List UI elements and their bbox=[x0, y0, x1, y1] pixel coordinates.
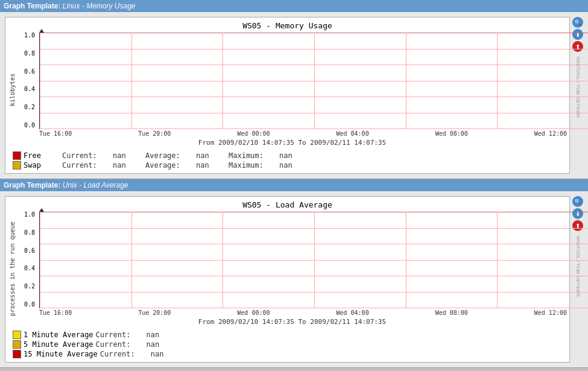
grid-v-line bbox=[406, 212, 406, 308]
y-axis-labels: 1.00.80.60.40.20.0 bbox=[18, 212, 35, 308]
date-range-load: From 2009/02/10 14:07:35 To 2009/02/11 1… bbox=[17, 318, 567, 326]
legend-color-box bbox=[13, 331, 21, 339]
grid-v-line bbox=[406, 33, 406, 128]
x-axis-labels-memory: Tue 16:00Tue 20:00Wed 00:00Wed 04:00Wed … bbox=[39, 130, 567, 137]
section-header-memory: Graph Template: Linux - Memory Usage bbox=[0, 0, 588, 12]
legend-label: Maximum: bbox=[229, 161, 277, 170]
grid-v-line bbox=[40, 212, 40, 308]
legend-name: Free bbox=[24, 151, 60, 160]
y-tick: 0.4 bbox=[18, 265, 35, 271]
legend-value: nan bbox=[196, 161, 226, 170]
rrdtool-label: RRDTOOL / TOBI OETIKER bbox=[575, 236, 581, 297]
chart-container-memory: kilobytes1.00.80.60.40.20.0Tue 16:00Tue … bbox=[8, 33, 567, 147]
chart-grid-memory: 1.00.80.60.40.20.0 bbox=[39, 33, 588, 129]
x-tick: Tue 16:00 bbox=[39, 309, 72, 316]
legend-row: 5 Minute AverageCurrent:nan bbox=[8, 340, 567, 349]
x-tick: Wed 04:00 bbox=[336, 130, 368, 137]
legend-color-box bbox=[13, 340, 21, 349]
grid-h-line bbox=[40, 308, 588, 308]
chart-grid-load: 1.00.80.60.40.20.0 bbox=[39, 212, 588, 308]
y-axis-labels: 1.00.80.60.40.20.0 bbox=[18, 33, 35, 128]
y-tick: 0.8 bbox=[18, 230, 35, 236]
x-tick: Tue 20:00 bbox=[138, 309, 171, 316]
section-header-load: Graph Template: Unix - Load Average bbox=[0, 179, 588, 191]
legend-label: Average: bbox=[145, 151, 194, 160]
grid-v-line bbox=[314, 33, 315, 128]
legend-label: Current: bbox=[96, 331, 144, 339]
grid-v-line bbox=[223, 33, 223, 128]
x-tick: Tue 20:00 bbox=[138, 130, 171, 137]
graph-area-load: WS05 - Load Averageprocesses in the run … bbox=[5, 196, 570, 363]
y-tick: 0.0 bbox=[18, 302, 35, 308]
legend-name: Swap bbox=[24, 161, 60, 170]
legend-value: nan bbox=[279, 161, 309, 170]
legend-color-box bbox=[13, 350, 21, 358]
y-tick: 0.2 bbox=[18, 284, 35, 290]
legend-row: SwapCurrent:nanAverage:nanMaximum:nan bbox=[8, 161, 567, 170]
graph-title-memory: WS05 - Memory Usage bbox=[8, 21, 567, 30]
y-label-memory: kilobytes bbox=[8, 33, 17, 147]
legend-value: nan bbox=[196, 151, 226, 160]
legend-row: 15 Minute AverageCurrent:nan bbox=[8, 350, 567, 358]
x-tick: Wed 12:00 bbox=[534, 309, 567, 316]
y-tick: 0.8 bbox=[18, 51, 35, 57]
legend-row: FreeCurrent:nanAverage:nanMaximum:nan bbox=[8, 151, 567, 160]
x-tick: Wed 08:00 bbox=[435, 130, 468, 137]
legend-name: 5 Minute Average bbox=[24, 340, 93, 349]
grid-v-line bbox=[223, 212, 223, 308]
grid-v-line bbox=[497, 33, 498, 128]
rrdtool-label: RRDTOOL / TOBI OETIKER bbox=[575, 57, 581, 118]
legend-label: Current: bbox=[62, 161, 110, 170]
y-tick: 0.0 bbox=[18, 122, 35, 128]
graph-title-load: WS05 - Load Average bbox=[8, 200, 567, 209]
grid-v-line bbox=[314, 212, 315, 308]
y-tick: 0.6 bbox=[18, 248, 35, 254]
grid-v-line bbox=[497, 212, 498, 308]
x-tick: Tue 16:00 bbox=[39, 130, 72, 137]
legend-color-box bbox=[13, 151, 21, 160]
y-tick: 0.2 bbox=[18, 104, 35, 110]
legend-row: 1 Minute AverageCurrent:nan bbox=[8, 331, 567, 339]
y-tick: 0.6 bbox=[18, 69, 35, 75]
legend-value: nan bbox=[279, 151, 309, 160]
legend-memory: FreeCurrent:nanAverage:nanMaximum:nanSwa… bbox=[8, 151, 567, 170]
y-axis-arrow bbox=[39, 208, 44, 212]
chart-container-load: processes in the run queue1.00.80.60.40.… bbox=[8, 212, 567, 326]
x-tick: Wed 04:00 bbox=[336, 309, 368, 316]
graph-section-load: WS05 - Load Averageprocesses in the run … bbox=[0, 191, 588, 368]
y-axis-arrow bbox=[39, 29, 44, 33]
zoom-icon[interactable]: 🔍 bbox=[572, 196, 583, 207]
legend-label: Average: bbox=[145, 161, 194, 170]
legend-load: 1 Minute AverageCurrent:nan5 Minute Aver… bbox=[8, 331, 567, 358]
legend-value: nan bbox=[147, 340, 177, 349]
date-range-memory: From 2009/02/10 14:07:35 To 2009/02/11 1… bbox=[17, 139, 567, 147]
graph-area-memory: WS05 - Memory Usagekilobytes1.00.80.60.4… bbox=[5, 17, 570, 174]
legend-label: Current: bbox=[62, 151, 110, 160]
legend-label: Maximum: bbox=[229, 151, 277, 160]
legend-label: Current: bbox=[100, 350, 148, 358]
x-axis-labels-load: Tue 16:00Tue 20:00Wed 00:00Wed 04:00Wed … bbox=[39, 309, 567, 316]
legend-value: nan bbox=[151, 350, 181, 358]
legend-value: nan bbox=[147, 331, 177, 339]
y-tick: 1.0 bbox=[18, 212, 35, 218]
legend-label: Current: bbox=[96, 340, 144, 349]
x-tick: Wed 00:00 bbox=[237, 309, 270, 316]
grid-v-line bbox=[131, 33, 132, 128]
x-tick: Wed 08:00 bbox=[435, 309, 468, 316]
legend-name: 15 Minute Average bbox=[24, 350, 98, 358]
graph-section-memory: WS05 - Memory Usagekilobytes1.00.80.60.4… bbox=[0, 12, 588, 179]
grid-h-line bbox=[40, 128, 588, 129]
zoom-icon[interactable]: 🔍 bbox=[572, 17, 583, 28]
legend-color-box bbox=[13, 161, 21, 170]
chart-inner-memory: 1.00.80.60.40.20.0Tue 16:00Tue 20:00Wed … bbox=[17, 33, 567, 147]
y-label-load: processes in the run queue bbox=[8, 212, 17, 326]
y-tick: 1.0 bbox=[18, 33, 35, 39]
y-tick: 0.4 bbox=[18, 86, 35, 92]
legend-value: nan bbox=[113, 161, 143, 170]
grid-v-line bbox=[40, 33, 40, 128]
x-tick: Wed 00:00 bbox=[237, 130, 270, 137]
chart-inner-load: 1.00.80.60.40.20.0Tue 16:00Tue 20:00Wed … bbox=[17, 212, 567, 326]
x-tick: Wed 12:00 bbox=[534, 130, 567, 137]
legend-value: nan bbox=[113, 151, 143, 160]
legend-name: 1 Minute Average bbox=[24, 331, 93, 339]
